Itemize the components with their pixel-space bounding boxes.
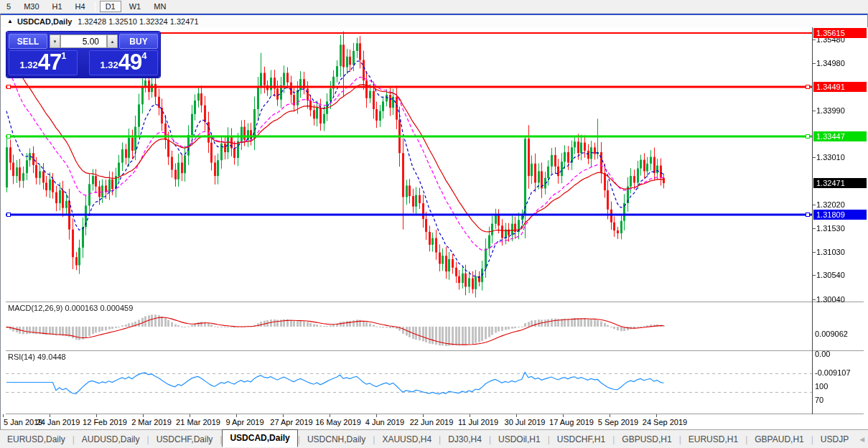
- sell-price-big: 47: [38, 52, 61, 73]
- price-tick-label: 1.33990: [816, 106, 845, 115]
- macd-name: MACD(12,26,9): [8, 304, 62, 312]
- chart-tab-usdchf-daily[interactable]: USDCHF,Daily: [149, 432, 220, 447]
- macd-values: 0.000163 0.000459: [65, 304, 133, 312]
- sell-price-display[interactable]: 1.32471: [9, 50, 78, 75]
- chart-tab-xauusd-h4[interactable]: XAUUSD,H4: [375, 432, 439, 447]
- tab-scroll-left-icon[interactable]: ◀: [856, 434, 868, 444]
- level-price-badge: 1.31809: [813, 210, 867, 220]
- price-tick-label: 1.31030: [816, 248, 845, 256]
- level-price-badge: 1.35615: [813, 28, 867, 38]
- chart-tab-dj30-h4[interactable]: DJ30,H4: [441, 432, 489, 447]
- volume-input[interactable]: [60, 34, 107, 48]
- time-tick-label: 9 Apr 2019: [225, 418, 263, 426]
- time-tick-label: 22 Jun 2019: [410, 418, 454, 426]
- chart-tab-usdcnh-daily[interactable]: USDCNH,Daily: [300, 432, 373, 447]
- time-tick-mark: [610, 414, 610, 417]
- timeframe-toolbar: 5M30H1H4D1W1MN: [0, 0, 868, 14]
- chart-tab-usdoil-h1[interactable]: USDOil,H1: [491, 432, 548, 447]
- time-tick-label: 30 Jul 2019: [505, 418, 546, 426]
- price-tick-mark: [813, 111, 816, 111]
- price-tick-mark: [813, 228, 816, 229]
- macd-axis-label: -0.009107: [815, 368, 851, 377]
- time-tick-mark: [190, 414, 190, 417]
- time-tick-mark: [283, 414, 284, 417]
- price-tick-label: 1.31530: [816, 224, 845, 233]
- price-tick-label: 1.30540: [816, 271, 845, 279]
- time-tick-label: 12 Feb 2019: [83, 418, 127, 426]
- time-tick-label: 21 Mar 2019: [176, 418, 220, 426]
- chart-tab-usdchf-h1[interactable]: USDCHF,H1: [550, 432, 612, 447]
- macd-axis-label: 0.00: [815, 350, 830, 358]
- chart-window: ▲ USDCAD,Daily 1.32428 1.32510 1.32324 1…: [0, 14, 868, 429]
- timeframe-button-h1[interactable]: H1: [47, 1, 67, 11]
- buy-price-small: 1.32: [100, 57, 118, 73]
- price-axis-separator: [812, 27, 813, 414]
- sell-price-small: 1.32: [19, 57, 37, 73]
- caret-down-icon: ▼: [53, 39, 57, 44]
- time-tick-label: 2 Mar 2019: [131, 418, 172, 426]
- time-tick-label: 16 May 2019: [315, 418, 361, 426]
- volume-increase-button[interactable]: ▲: [107, 34, 118, 48]
- time-tick-label: 4 Jun 2019: [365, 418, 404, 426]
- chart-tab-usdcad-daily[interactable]: USDCAD,Daily: [222, 429, 297, 447]
- time-axis: 5 Jan 201924 Jan 201912 Feb 20192 Mar 20…: [1, 414, 868, 429]
- volume-decrease-button[interactable]: ▼: [50, 34, 60, 48]
- mt4-terminal: 5M30H1H4D1W1MN ▲ USDCAD,Daily 1.32428 1.…: [0, 0, 868, 448]
- chart-tab-audusd-daily[interactable]: AUDUSD,Daily: [75, 432, 147, 447]
- chart-tab-gbpusd-h1[interactable]: GBPUSD,H1: [615, 432, 678, 447]
- time-tick-mark: [423, 414, 424, 417]
- toolbar-separator: [95, 1, 95, 11]
- time-tick-label: 24 Jan 2019: [37, 418, 80, 426]
- chart-tab-eurusd-daily[interactable]: EURUSD,Daily: [0, 432, 73, 447]
- buy-button[interactable]: BUY: [119, 34, 158, 49]
- price-tick-label: 1.30040: [816, 295, 845, 304]
- price-chart-canvas[interactable]: [6, 27, 812, 414]
- price-tick-mark: [813, 275, 816, 276]
- tab-scroll-buttons: ◀▶: [856, 434, 868, 444]
- timeframe-button-mn[interactable]: MN: [149, 1, 171, 11]
- sell-button[interactable]: SELL: [9, 34, 47, 49]
- one-click-trade-panel: SELL ▼ ▲ BUY 1.32471 1.32494: [6, 32, 160, 78]
- macd-indicator-label: MACD(12,26,9) 0.000163 0.000459: [8, 304, 133, 312]
- sell-price-sup: 1: [61, 51, 66, 61]
- time-tick-mark: [3, 414, 4, 417]
- timeframe-button-h4[interactable]: H4: [70, 1, 90, 11]
- rsi-axis-label: 70: [815, 396, 823, 404]
- macd-axis-label: 0.009062: [815, 330, 848, 338]
- time-tick-mark: [330, 414, 330, 417]
- collapse-triangle-icon[interactable]: ▲: [7, 18, 13, 24]
- timeframe-button-w1[interactable]: W1: [124, 1, 146, 11]
- price-tick-mark: [813, 63, 816, 64]
- price-tick-label: 1.34980: [816, 59, 845, 67]
- price-tick-mark: [813, 39, 816, 40]
- time-tick-label: 24 Sep 2019: [643, 418, 687, 426]
- price-tick-mark: [813, 205, 816, 205]
- caret-up-icon: ▲: [111, 39, 115, 44]
- buy-price-sup: 4: [141, 51, 146, 61]
- time-tick-mark: [656, 414, 657, 417]
- buy-price-display[interactable]: 1.32494: [89, 50, 158, 75]
- current-price-badge: 1.32471: [813, 178, 867, 188]
- chart-tab-eurusd-h1[interactable]: EURUSD,H1: [681, 432, 745, 447]
- chart-tab-usdjp[interactable]: USDJP: [813, 432, 856, 447]
- time-tick-label: 27 Apr 2019: [270, 418, 312, 426]
- chart-symbol-title: USDCAD,Daily: [17, 17, 72, 26]
- price-tick-mark: [813, 299, 816, 300]
- time-tick-label: 17 Aug 2019: [549, 418, 594, 426]
- time-tick-mark: [143, 414, 144, 417]
- buy-price-big: 49: [118, 52, 141, 73]
- price-tick-mark: [813, 157, 816, 158]
- plot-region: MACD(12,26,9) 0.000163 0.000459 RSI(14) …: [1, 27, 868, 429]
- timeframe-button-d1[interactable]: D1: [100, 1, 121, 12]
- level-price-badge: 1.34491: [813, 82, 867, 92]
- rsi-axis-label: 100: [815, 382, 828, 391]
- main-macd-divider[interactable]: [6, 302, 864, 302]
- time-tick-mark: [563, 414, 564, 417]
- price-tick-mark: [813, 252, 816, 253]
- macd-rsi-divider[interactable]: [6, 350, 864, 351]
- timeframe-button-m30[interactable]: M30: [19, 1, 44, 11]
- chart-tab-gbpaud-h1[interactable]: GBPAUD,H1: [747, 432, 811, 447]
- timeframe-button-5[interactable]: 5: [1, 1, 16, 11]
- rsi-indicator-label: RSI(14) 49.0448: [8, 353, 66, 361]
- chart-title-row: ▲ USDCAD,Daily 1.32428 1.32510 1.32324 1…: [1, 15, 867, 27]
